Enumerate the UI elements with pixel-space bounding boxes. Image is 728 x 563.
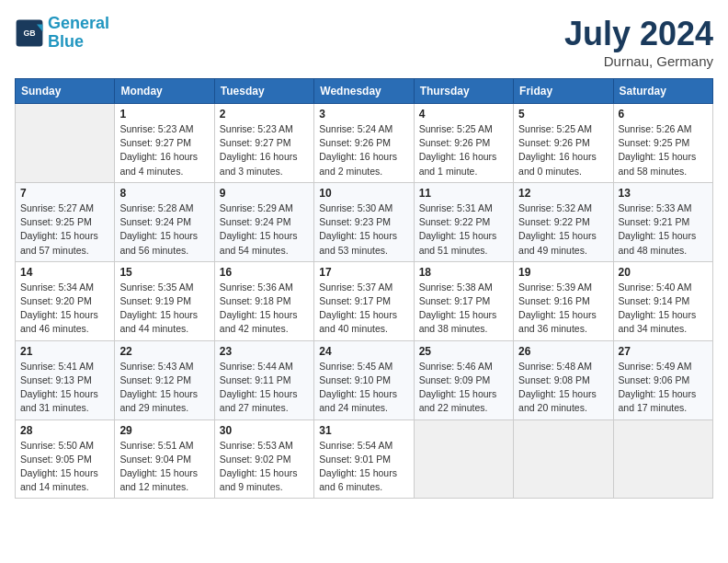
calendar-cell: 28Sunrise: 5:50 AM Sunset: 9:05 PM Dayli… bbox=[16, 419, 115, 499]
day-number: 18 bbox=[419, 266, 508, 279]
day-info: Sunrise: 5:32 AM Sunset: 9:22 PM Dayligh… bbox=[518, 201, 608, 258]
calendar-cell: 15Sunrise: 5:35 AM Sunset: 9:19 PM Dayli… bbox=[115, 261, 214, 340]
day-info: Sunrise: 5:23 AM Sunset: 9:27 PM Dayligh… bbox=[220, 122, 309, 178]
calendar-cell: 8Sunrise: 5:28 AM Sunset: 9:24 PM Daylig… bbox=[115, 182, 214, 261]
day-number: 4 bbox=[419, 108, 508, 121]
day-number: 27 bbox=[619, 345, 708, 358]
calendar-cell: 4Sunrise: 5:25 AM Sunset: 9:26 PM Daylig… bbox=[414, 104, 513, 183]
logo: GB General Blue bbox=[15, 15, 109, 52]
day-info: Sunrise: 5:43 AM Sunset: 9:12 PM Dayligh… bbox=[119, 360, 209, 416]
day-info: Sunrise: 5:30 AM Sunset: 9:23 PM Dayligh… bbox=[319, 201, 408, 258]
day-number: 31 bbox=[319, 424, 408, 437]
col-header-wednesday: Wednesday bbox=[314, 79, 414, 104]
day-number: 22 bbox=[119, 345, 209, 358]
col-header-monday: Monday bbox=[115, 79, 214, 104]
day-info: Sunrise: 5:26 AM Sunset: 9:25 PM Dayligh… bbox=[619, 122, 708, 178]
calendar-cell: 3Sunrise: 5:24 AM Sunset: 9:26 PM Daylig… bbox=[314, 104, 414, 183]
day-number: 21 bbox=[20, 345, 109, 358]
day-number: 26 bbox=[518, 345, 608, 358]
day-info: Sunrise: 5:24 AM Sunset: 9:26 PM Dayligh… bbox=[319, 122, 408, 178]
day-info: Sunrise: 5:40 AM Sunset: 9:14 PM Dayligh… bbox=[619, 281, 708, 337]
day-info: Sunrise: 5:41 AM Sunset: 9:13 PM Dayligh… bbox=[20, 360, 109, 416]
day-number: 30 bbox=[220, 424, 309, 437]
day-number: 11 bbox=[419, 187, 508, 200]
page-header: GB General Blue July 2024 Durnau, German… bbox=[15, 15, 713, 69]
logo-text: General Blue bbox=[48, 15, 109, 52]
day-number: 8 bbox=[119, 187, 209, 200]
calendar-cell: 24Sunrise: 5:45 AM Sunset: 9:10 PM Dayli… bbox=[314, 340, 414, 419]
calendar-cell: 2Sunrise: 5:23 AM Sunset: 9:27 PM Daylig… bbox=[214, 104, 313, 183]
calendar-table: SundayMondayTuesdayWednesdayThursdayFrid… bbox=[15, 78, 713, 499]
calendar-cell: 16Sunrise: 5:36 AM Sunset: 9:18 PM Dayli… bbox=[214, 261, 313, 340]
day-number: 17 bbox=[319, 266, 408, 279]
day-number: 23 bbox=[220, 345, 309, 358]
calendar-cell bbox=[16, 104, 115, 183]
day-number: 10 bbox=[319, 187, 408, 200]
title-block: July 2024 Durnau, Germany bbox=[564, 15, 713, 69]
day-number: 25 bbox=[419, 345, 508, 358]
day-info: Sunrise: 5:29 AM Sunset: 9:24 PM Dayligh… bbox=[220, 201, 309, 258]
day-info: Sunrise: 5:23 AM Sunset: 9:27 PM Dayligh… bbox=[119, 122, 209, 178]
calendar-cell: 19Sunrise: 5:39 AM Sunset: 9:16 PM Dayli… bbox=[514, 261, 613, 340]
day-info: Sunrise: 5:53 AM Sunset: 9:02 PM Dayligh… bbox=[220, 439, 309, 495]
day-number: 1 bbox=[119, 108, 209, 121]
calendar-cell: 30Sunrise: 5:53 AM Sunset: 9:02 PM Dayli… bbox=[214, 419, 313, 499]
col-header-tuesday: Tuesday bbox=[214, 79, 313, 104]
calendar-cell: 21Sunrise: 5:41 AM Sunset: 9:13 PM Dayli… bbox=[16, 340, 115, 419]
day-info: Sunrise: 5:28 AM Sunset: 9:24 PM Dayligh… bbox=[119, 201, 209, 258]
day-number: 20 bbox=[619, 266, 708, 279]
calendar-cell: 26Sunrise: 5:48 AM Sunset: 9:08 PM Dayli… bbox=[514, 340, 613, 419]
day-info: Sunrise: 5:31 AM Sunset: 9:22 PM Dayligh… bbox=[419, 201, 508, 258]
day-number: 16 bbox=[220, 266, 309, 279]
day-info: Sunrise: 5:34 AM Sunset: 9:20 PM Dayligh… bbox=[20, 281, 109, 337]
day-number: 7 bbox=[20, 187, 109, 200]
calendar-cell: 31Sunrise: 5:54 AM Sunset: 9:01 PM Dayli… bbox=[314, 419, 414, 499]
calendar-cell: 14Sunrise: 5:34 AM Sunset: 9:20 PM Dayli… bbox=[16, 261, 115, 340]
day-number: 14 bbox=[20, 266, 109, 279]
location: Durnau, Germany bbox=[564, 53, 713, 69]
day-info: Sunrise: 5:49 AM Sunset: 9:06 PM Dayligh… bbox=[619, 360, 708, 416]
day-info: Sunrise: 5:33 AM Sunset: 9:21 PM Dayligh… bbox=[619, 201, 708, 258]
day-number: 3 bbox=[319, 108, 408, 121]
day-number: 29 bbox=[119, 424, 209, 437]
calendar-cell: 1Sunrise: 5:23 AM Sunset: 9:27 PM Daylig… bbox=[115, 104, 214, 183]
day-info: Sunrise: 5:45 AM Sunset: 9:10 PM Dayligh… bbox=[319, 360, 408, 416]
day-number: 19 bbox=[518, 266, 608, 279]
calendar-cell: 17Sunrise: 5:37 AM Sunset: 9:17 PM Dayli… bbox=[314, 261, 414, 340]
calendar-cell bbox=[613, 419, 712, 499]
calendar-cell: 18Sunrise: 5:38 AM Sunset: 9:17 PM Dayli… bbox=[414, 261, 513, 340]
day-number: 15 bbox=[119, 266, 209, 279]
day-number: 6 bbox=[619, 108, 708, 121]
calendar-cell: 10Sunrise: 5:30 AM Sunset: 9:23 PM Dayli… bbox=[314, 182, 414, 261]
day-info: Sunrise: 5:38 AM Sunset: 9:17 PM Dayligh… bbox=[419, 281, 508, 337]
logo-icon: GB bbox=[15, 18, 44, 48]
day-info: Sunrise: 5:54 AM Sunset: 9:01 PM Dayligh… bbox=[319, 439, 408, 495]
day-number: 13 bbox=[619, 187, 708, 200]
calendar-cell: 27Sunrise: 5:49 AM Sunset: 9:06 PM Dayli… bbox=[613, 340, 712, 419]
calendar-cell: 7Sunrise: 5:27 AM Sunset: 9:25 PM Daylig… bbox=[16, 182, 115, 261]
day-info: Sunrise: 5:46 AM Sunset: 9:09 PM Dayligh… bbox=[419, 360, 508, 416]
calendar-cell: 6Sunrise: 5:26 AM Sunset: 9:25 PM Daylig… bbox=[613, 104, 712, 183]
day-info: Sunrise: 5:36 AM Sunset: 9:18 PM Dayligh… bbox=[220, 281, 309, 337]
day-number: 24 bbox=[319, 345, 408, 358]
day-number: 2 bbox=[220, 108, 309, 121]
day-info: Sunrise: 5:51 AM Sunset: 9:04 PM Dayligh… bbox=[119, 439, 209, 495]
day-info: Sunrise: 5:37 AM Sunset: 9:17 PM Dayligh… bbox=[319, 281, 408, 337]
svg-text:GB: GB bbox=[23, 29, 35, 38]
day-number: 9 bbox=[220, 187, 309, 200]
day-info: Sunrise: 5:48 AM Sunset: 9:08 PM Dayligh… bbox=[518, 360, 608, 416]
calendar-cell bbox=[514, 419, 613, 499]
calendar-cell: 22Sunrise: 5:43 AM Sunset: 9:12 PM Dayli… bbox=[115, 340, 214, 419]
day-info: Sunrise: 5:39 AM Sunset: 9:16 PM Dayligh… bbox=[518, 281, 608, 337]
day-info: Sunrise: 5:44 AM Sunset: 9:11 PM Dayligh… bbox=[220, 360, 309, 416]
col-header-sunday: Sunday bbox=[16, 79, 115, 104]
day-number: 12 bbox=[518, 187, 608, 200]
calendar-cell: 23Sunrise: 5:44 AM Sunset: 9:11 PM Dayli… bbox=[214, 340, 313, 419]
calendar-cell: 11Sunrise: 5:31 AM Sunset: 9:22 PM Dayli… bbox=[414, 182, 513, 261]
col-header-thursday: Thursday bbox=[414, 79, 513, 104]
calendar-cell: 29Sunrise: 5:51 AM Sunset: 9:04 PM Dayli… bbox=[115, 419, 214, 499]
day-info: Sunrise: 5:25 AM Sunset: 9:26 PM Dayligh… bbox=[419, 122, 508, 178]
calendar-cell: 12Sunrise: 5:32 AM Sunset: 9:22 PM Dayli… bbox=[514, 182, 613, 261]
day-info: Sunrise: 5:35 AM Sunset: 9:19 PM Dayligh… bbox=[119, 281, 209, 337]
month-year: July 2024 bbox=[564, 15, 713, 53]
